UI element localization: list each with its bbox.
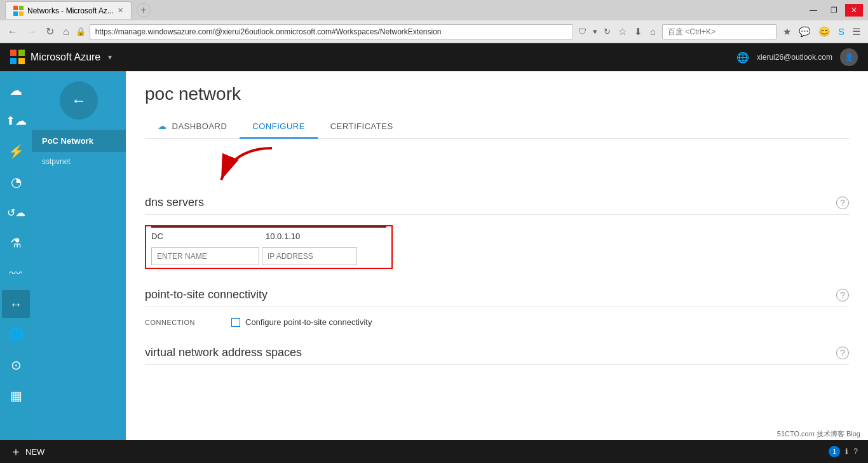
svg-rect-1	[19, 6, 24, 10]
bottom-bar: ＋ NEW 1 ℹ ?	[0, 440, 868, 463]
tab-dashboard-icon: ☁	[158, 121, 167, 131]
help-icon[interactable]: ?	[853, 447, 858, 456]
azure-topbar: Microsoft Azure ▾ 🌐 xierui26@outlook.com…	[0, 43, 868, 71]
checkbox-row: Configure point-to-site connectivity	[231, 317, 372, 327]
back-button-circle[interactable]: ←	[60, 81, 98, 120]
dns-ip-input[interactable]	[262, 247, 357, 265]
refresh-button[interactable]: ↻	[43, 24, 57, 39]
dns-data-row: DC 10.0.1.10	[146, 228, 391, 245]
address-bar: ← → ↻ ⌂ 🔒 🛡 ▾ ↻ ☆ ⬇ ⌂ ★ 💬 😊 S ☰	[0, 20, 868, 43]
dns-help-button[interactable]: ?	[836, 197, 849, 209]
back-button[interactable]: ←	[5, 25, 20, 39]
minimize-button[interactable]: —	[804, 4, 822, 17]
tab-close-button[interactable]: ✕	[118, 6, 123, 15]
new-plus-icon: ＋	[10, 444, 22, 459]
azure-app: Microsoft Azure ▾ 🌐 xierui26@outlook.com…	[0, 43, 868, 463]
right-toolbar: ★ 💬 😊 S ☰	[780, 25, 863, 39]
sidebar-icon-cloud[interactable]: ☁	[2, 76, 30, 104]
red-arrow	[196, 145, 291, 190]
watermark: 51CTO.com 技术博客 Blog	[775, 428, 863, 440]
vnas-section-header: virtual network address spaces ?	[145, 346, 849, 365]
sidebar-item-sstpvnet[interactable]: sstpvnet	[32, 152, 126, 171]
sidebar-icon-remote[interactable]: ⊙	[2, 351, 30, 379]
connection-label: CONNECTION	[145, 319, 221, 326]
tab-dashboard[interactable]: ☁ DASHBOARD	[145, 114, 240, 139]
tab-title: Networks - Microsoft Az...	[27, 6, 114, 15]
sidebar-icon-globe[interactable]: 🌐	[2, 321, 30, 349]
new-tab-button[interactable]: +	[137, 3, 151, 17]
tab-configure-label: CONFIGURE	[252, 121, 305, 131]
chat-icon[interactable]: 💬	[796, 25, 813, 39]
forward-button[interactable]: →	[24, 25, 39, 39]
refresh-small-icon[interactable]: ↻	[602, 25, 612, 38]
window-controls: — ❐ ✕	[804, 4, 863, 17]
vnas-section: virtual network address spaces ?	[145, 346, 849, 365]
pts-checkbox[interactable]	[231, 318, 240, 327]
new-button[interactable]: ＋ NEW	[10, 444, 44, 459]
tab-certificates[interactable]: CERTIFICATES	[318, 115, 406, 139]
url-input[interactable]	[90, 24, 573, 39]
dropdown-icon[interactable]: ▾	[592, 25, 599, 38]
globe-topbar-icon[interactable]: 🌐	[736, 52, 749, 64]
azure-logo-icon	[10, 50, 25, 65]
tab-favicon	[13, 6, 24, 16]
nav-sidebar: ← PoC Network sstpvnet	[32, 71, 126, 440]
svg-rect-5	[18, 50, 25, 56]
pts-checkbox-label: Configure point-to-site connectivity	[245, 317, 372, 327]
topbar-right: 🌐 xierui26@outlook.com 👤	[736, 48, 858, 66]
azure-logo-text: Microsoft Azure	[31, 52, 100, 63]
lock-icon: 🔒	[76, 27, 86, 36]
shield-icon: 🛡	[577, 25, 588, 38]
bottom-right: 1 ℹ ?	[829, 446, 858, 457]
close-button[interactable]: ✕	[845, 4, 863, 17]
logo-chevron[interactable]: ▾	[108, 53, 112, 62]
sidebar-icon-wave[interactable]: 〰	[2, 259, 30, 287]
svg-rect-4	[10, 50, 17, 56]
vnas-help-button[interactable]: ?	[836, 347, 849, 359]
browser-tab[interactable]: Networks - Microsoft Az... ✕	[5, 1, 132, 19]
sidebar-icon-upload[interactable]: ⬆☁	[2, 107, 30, 135]
svg-rect-6	[10, 58, 17, 64]
search-input[interactable]	[662, 24, 776, 39]
home-button[interactable]: ⌂	[60, 25, 72, 39]
page-title: poc network	[145, 84, 849, 104]
dns-table: DC 10.0.1.10	[145, 225, 393, 269]
dns-name-input[interactable]	[151, 247, 259, 265]
titlebar: Networks - Microsoft Az... ✕ + — ❐ ✕	[0, 0, 868, 20]
azure-body: ☁ ⬆☁ ⚡ ◔ ↺☁ ⚗ 〰 ↔ 🌐 ⊙ ▦ ← PoC Network ss…	[0, 71, 868, 440]
svg-rect-0	[13, 6, 18, 10]
restore-button[interactable]: ❐	[825, 4, 843, 17]
sidebar-icon-flask[interactable]: ⚗	[2, 229, 30, 257]
download-icon[interactable]: ⬇	[632, 25, 645, 39]
azure-logo: Microsoft Azure ▾	[10, 50, 112, 65]
icon-sidebar: ☁ ⬆☁ ⚡ ◔ ↺☁ ⚗ 〰 ↔ 🌐 ⊙ ▦	[0, 71, 32, 440]
house-icon[interactable]: ⌂	[648, 25, 658, 38]
bookmark-icon[interactable]: ★	[780, 25, 794, 39]
star-icon[interactable]: ☆	[616, 25, 629, 39]
info-icon[interactable]: ℹ	[845, 447, 848, 456]
menu-icon[interactable]: ☰	[850, 25, 863, 39]
skype-icon[interactable]: S	[836, 25, 847, 38]
browser-chrome: Networks - Microsoft Az... ✕ + — ❐ ✕ ← →…	[0, 0, 868, 43]
notification-badge[interactable]: 1	[829, 446, 840, 457]
page-body: dns servers ? DC 10.0.1.10	[126, 139, 868, 397]
user-avatar[interactable]: 👤	[840, 48, 858, 66]
sidebar-icon-clock[interactable]: ◔	[2, 168, 30, 196]
sidebar-icon-network[interactable]: ↔	[2, 290, 30, 318]
sidebar-icon-refresh-cloud[interactable]: ↺☁	[2, 198, 30, 226]
dns-ip-cell: 10.0.1.10	[266, 232, 386, 241]
pts-help-button[interactable]: ?	[836, 289, 849, 301]
topbar-user: xierui26@outlook.com	[757, 53, 832, 62]
svg-rect-7	[18, 58, 25, 64]
pts-section: point-to-site connectivity ? CONNECTION …	[145, 288, 849, 327]
new-label: NEW	[25, 447, 44, 457]
vnas-section-title: virtual network address spaces	[145, 346, 302, 359]
svg-rect-3	[19, 11, 24, 16]
tab-configure[interactable]: CONFIGURE	[240, 115, 318, 139]
toolbar-icons: ☆ ⬇ ⌂	[616, 25, 658, 39]
dns-name-cell: DC	[151, 232, 266, 241]
sidebar-item-poc-network[interactable]: PoC Network	[32, 130, 126, 152]
sidebar-icon-lightning[interactable]: ⚡	[2, 137, 30, 165]
smiley-icon[interactable]: 😊	[816, 25, 833, 39]
sidebar-icon-server[interactable]: ▦	[2, 382, 30, 410]
